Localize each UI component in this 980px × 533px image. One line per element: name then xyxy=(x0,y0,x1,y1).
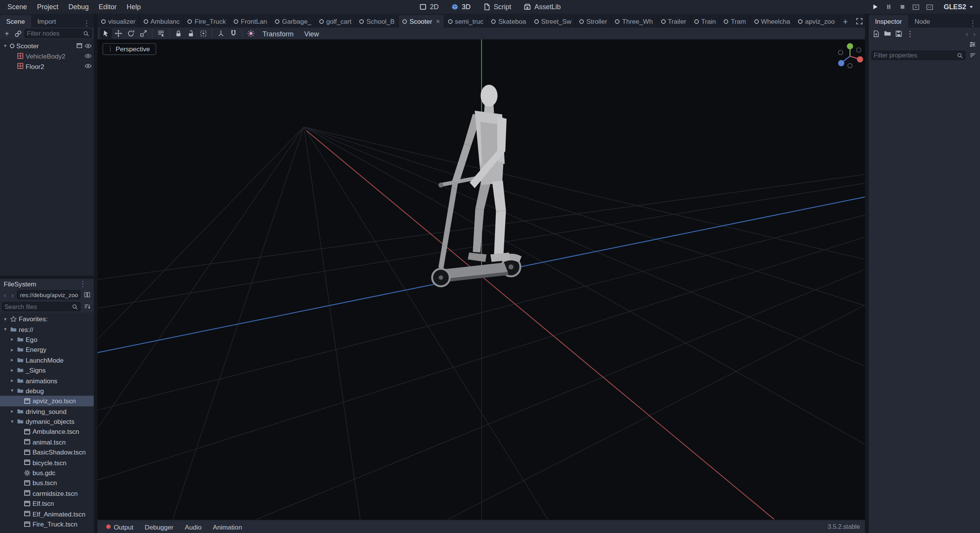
stop-button[interactable] xyxy=(896,1,909,12)
fs-row-folder[interactable]: ▸ _Signs xyxy=(0,365,94,375)
scene-tree-row[interactable]: Floor2 xyxy=(0,61,94,72)
sort-files-button[interactable] xyxy=(82,302,92,312)
play-button[interactable] xyxy=(869,1,881,12)
scene-tab[interactable]: Fire_Truck xyxy=(184,15,230,28)
expanded-arrow-icon[interactable]: ▾ xyxy=(3,326,8,332)
dock-menu-icon[interactable]: ⋮ xyxy=(965,20,980,28)
scene-tab[interactable]: Stroller xyxy=(576,15,611,28)
fs-row-file[interactable]: BasicShadow.tscn xyxy=(0,447,94,457)
close-icon[interactable]: × xyxy=(436,18,440,25)
current-path[interactable]: res://debug/apviz_zoo xyxy=(17,290,81,299)
tab-node[interactable]: Node xyxy=(908,15,937,28)
new-resource-button[interactable] xyxy=(871,28,881,38)
select-tool-button[interactable] xyxy=(100,28,112,39)
expanded-arrow-icon[interactable]: ▾ xyxy=(3,316,8,322)
fs-row-favorites[interactable]: ▾ Favorites: xyxy=(0,314,94,324)
filter-properties-input[interactable] xyxy=(874,52,956,59)
unlock-button[interactable] xyxy=(185,28,197,39)
scene-tab[interactable]: semi_truc xyxy=(444,15,488,28)
preview-environment-button[interactable] xyxy=(245,28,257,39)
scene-tab[interactable]: Ambulanc xyxy=(140,15,184,28)
distraction-free-button[interactable] xyxy=(852,15,865,28)
fs-row-file[interactable]: animal.tscn xyxy=(0,437,94,447)
scale-tool-button[interactable] xyxy=(137,28,149,39)
lock-button[interactable] xyxy=(173,28,185,39)
fs-row-folder[interactable]: ▸ Energy xyxy=(0,345,94,355)
history-back-icon[interactable]: ‹ xyxy=(964,30,970,38)
scene-tab[interactable]: apviz_zoo xyxy=(794,15,839,28)
collapsed-arrow-icon[interactable]: ▸ xyxy=(9,347,15,353)
view-menu[interactable]: View xyxy=(299,30,324,38)
dock-menu-icon[interactable]: ⋮ xyxy=(76,280,90,288)
tab-import-dock[interactable]: Import xyxy=(31,15,62,28)
scene-instance-icon[interactable] xyxy=(76,43,82,49)
scene-tab-active[interactable]: Scooter× xyxy=(399,15,444,28)
scene-tab[interactable]: Wheelcha xyxy=(750,15,794,28)
play-custom-scene-button[interactable] xyxy=(924,1,936,12)
menu-project[interactable]: Project xyxy=(32,2,64,12)
workspace-3d-button[interactable]: 3D xyxy=(446,2,476,12)
snap-button[interactable] xyxy=(227,28,239,39)
debugger-panel-button[interactable]: Debugger xyxy=(140,520,178,533)
fs-row-folder[interactable]: ▾ res:// xyxy=(0,324,94,334)
scene-tab[interactable]: FrontLan xyxy=(230,15,271,28)
expanded-arrow-icon[interactable]: ▾ xyxy=(9,419,15,424)
menu-scene[interactable]: Scene xyxy=(3,2,32,12)
menu-editor[interactable]: Editor xyxy=(94,2,122,12)
tab-inspector[interactable]: Inspector xyxy=(869,15,908,28)
eye-icon[interactable] xyxy=(84,64,92,69)
split-mode-button[interactable] xyxy=(82,290,92,300)
filter-nodes-input[interactable] xyxy=(27,30,82,37)
scene-tab[interactable]: Train xyxy=(691,15,720,28)
load-resource-button[interactable] xyxy=(882,28,892,38)
scene-tab[interactable]: School_B xyxy=(356,15,399,28)
eye-icon[interactable] xyxy=(84,43,92,49)
fs-row-folder[interactable]: ▸ driving_sound xyxy=(0,406,94,416)
viewport-3d[interactable]: ⋮ Perspective xyxy=(98,39,865,520)
menu-debug[interactable]: Debug xyxy=(64,2,94,12)
nav-forward-icon[interactable]: › xyxy=(9,291,15,299)
animation-panel-button[interactable]: Animation xyxy=(208,520,247,533)
transform-menu[interactable]: Transform xyxy=(258,30,299,38)
expand-all-button[interactable] xyxy=(967,50,977,60)
workspace-script-button[interactable]: Script xyxy=(477,2,517,12)
fs-row-file[interactable]: Elf.tscn xyxy=(0,498,94,508)
fs-row-file[interactable]: Fire_Truck.tscn xyxy=(0,519,94,529)
fs-row-folder[interactable]: ▸ Ego xyxy=(0,334,94,345)
list-select-button[interactable] xyxy=(155,28,167,39)
history-forward-icon[interactable]: › xyxy=(971,30,977,38)
fs-row-file[interactable]: bicycle.tscn xyxy=(0,457,94,468)
projection-menu[interactable]: ⋮ Perspective xyxy=(103,43,156,55)
new-scene-tab-button[interactable]: + xyxy=(839,15,852,28)
scene-tab[interactable]: Three_Wh xyxy=(611,15,657,28)
scene-tree-row[interactable]: VehicleBody2 xyxy=(0,51,94,61)
fs-row-folder[interactable]: ▾ debug xyxy=(0,386,94,396)
fs-row-folder[interactable]: ▸ animations xyxy=(0,375,94,386)
scene-tab[interactable]: Trailer xyxy=(657,15,691,28)
fs-row-file[interactable]: bus.tscn xyxy=(0,478,94,488)
fs-row-folder[interactable]: ▾ dymanic_objects xyxy=(0,416,94,427)
audio-panel-button[interactable]: Audio xyxy=(180,520,207,533)
expanded-arrow-icon[interactable]: ▾ xyxy=(3,43,8,49)
workspace-assetlib-button[interactable]: AssetLib xyxy=(518,2,567,12)
collapsed-arrow-icon[interactable]: ▸ xyxy=(9,367,15,373)
add-node-button[interactable]: + xyxy=(2,28,12,38)
scene-tab[interactable]: Garbage_ xyxy=(271,15,315,28)
search-files-input[interactable] xyxy=(4,303,70,310)
instance-scene-button[interactable] xyxy=(13,28,23,38)
expanded-arrow-icon[interactable]: ▾ xyxy=(9,388,15,394)
scene-tab[interactable]: Skateboa xyxy=(488,15,531,28)
fs-row-file-selected[interactable]: apviz_zoo.tscn xyxy=(0,396,94,406)
scene-tree-row-root[interactable]: ▾ Scooter xyxy=(0,41,94,51)
scene-tab[interactable]: visualizer xyxy=(98,15,140,28)
menu-help[interactable]: Help xyxy=(122,2,146,12)
viewport-3d-canvas[interactable] xyxy=(98,39,865,520)
pause-button[interactable] xyxy=(882,1,895,12)
fs-row-file[interactable]: Elf_Animated.tscn xyxy=(0,508,94,519)
dock-menu-icon[interactable]: ⋮ xyxy=(79,20,94,28)
eye-icon[interactable] xyxy=(84,53,92,59)
group-button[interactable] xyxy=(198,28,209,39)
resource-menu-icon[interactable]: ⋮ xyxy=(905,28,915,38)
fs-row-file[interactable]: Ambulance.tscn xyxy=(0,427,94,437)
collapsed-arrow-icon[interactable]: ▸ xyxy=(9,337,15,342)
